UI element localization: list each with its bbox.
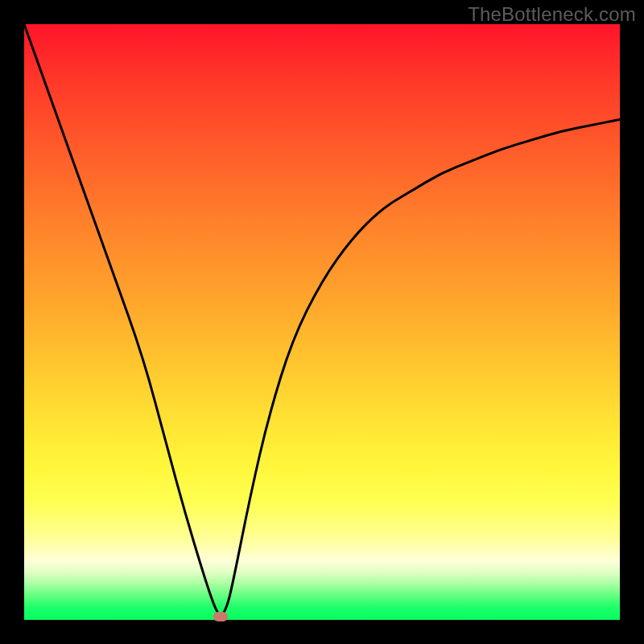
bottleneck-curve (24, 24, 620, 615)
curve-svg (24, 24, 620, 620)
attribution-label: TheBottleneck.com (468, 3, 636, 26)
chart-frame: TheBottleneck.com (0, 0, 644, 644)
plot-area (24, 24, 620, 620)
optimum-marker (213, 612, 228, 621)
